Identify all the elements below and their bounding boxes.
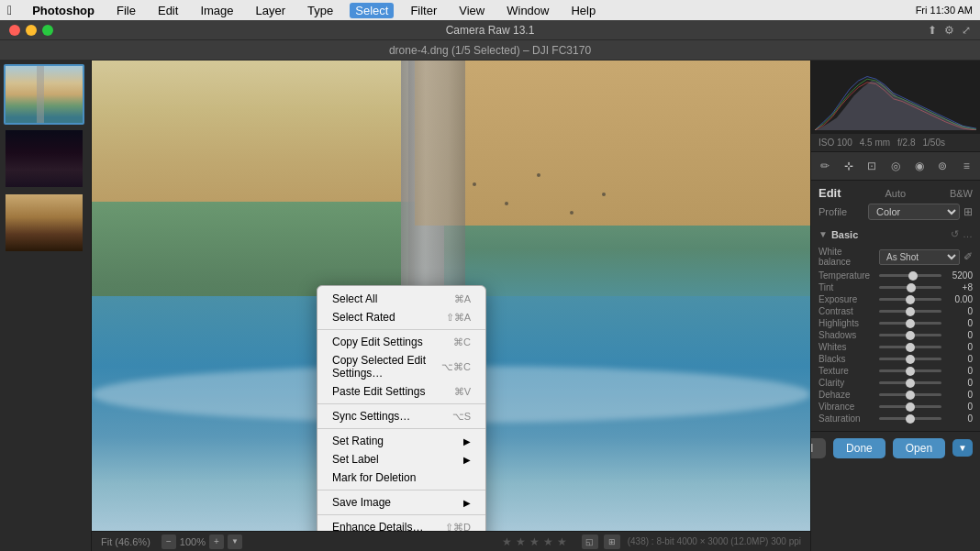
slider-thumb-vibrance[interactable] xyxy=(906,402,915,412)
slider-track-tint[interactable] xyxy=(879,286,941,289)
basic-more-icon[interactable]: … xyxy=(963,228,973,240)
share-icon[interactable]: ⬆ xyxy=(928,24,937,37)
slider-thumb-shadows[interactable] xyxy=(906,331,915,340)
slider-track-whites[interactable] xyxy=(879,346,941,348)
menu-photoshop[interactable]: Photoshop xyxy=(27,3,100,18)
close-button[interactable] xyxy=(9,25,20,36)
slider-label-blacks: Blacks xyxy=(819,354,875,364)
profile-select[interactable]: Color Monochrome xyxy=(868,204,960,220)
save-image-label: Save Image xyxy=(332,496,391,509)
star-3[interactable]: ★ xyxy=(529,535,540,548)
menu-edit[interactable]: Edit xyxy=(152,3,184,18)
slider-value-tint: +8 xyxy=(945,282,973,292)
compare-button[interactable]: ◱ xyxy=(582,534,598,549)
settings-icon[interactable]: ⚙ xyxy=(944,24,954,37)
slider-thumb-texture[interactable] xyxy=(906,367,915,376)
minimize-button[interactable] xyxy=(26,25,37,36)
slider-thumb-highlights[interactable] xyxy=(906,319,915,328)
slider-track-blacks[interactable] xyxy=(879,358,941,360)
ctx-enhance-details[interactable]: Enhance Details… ⇧⌘D xyxy=(317,518,485,531)
menu-view[interactable]: View xyxy=(453,3,490,18)
slider-track-texture[interactable] xyxy=(879,369,941,372)
thumb-image-3 xyxy=(6,194,83,251)
slider-thumb-tint[interactable] xyxy=(907,283,916,292)
star-2[interactable]: ★ xyxy=(516,535,526,548)
auto-button[interactable]: Auto xyxy=(885,188,906,199)
heal-tool-button[interactable]: ⊡ xyxy=(862,156,882,176)
edit-tool-button[interactable]: ✏ xyxy=(815,156,835,176)
wb-select[interactable]: As Shot Auto Daylight xyxy=(879,249,960,265)
slider-track-saturation[interactable] xyxy=(879,417,941,420)
eyedropper-icon[interactable]: ✐ xyxy=(963,250,973,263)
thumb-image-2 xyxy=(6,130,83,187)
cancel-button[interactable]: Cancel xyxy=(810,438,826,458)
maximize-button[interactable] xyxy=(42,25,53,36)
menu-type[interactable]: Type xyxy=(302,3,339,18)
ctx-select-all[interactable]: Select All ⌘A xyxy=(317,290,485,308)
slider-track-vibrance[interactable] xyxy=(879,405,941,408)
filmstrip-thumb-3[interactable] xyxy=(4,193,84,253)
open-dropdown-button[interactable]: ▼ xyxy=(952,439,973,457)
zoom-dropdown-button[interactable]: ▼ xyxy=(228,534,242,549)
expand-icon[interactable]: ⤢ xyxy=(962,24,971,37)
panel-icons: ✏ ⊹ ⊡ ◎ ◉ ⊚ ≡ xyxy=(811,152,980,181)
slider-thumb-exposure[interactable] xyxy=(906,295,915,304)
zoom-out-button[interactable]: − xyxy=(161,534,176,549)
slider-thumb-saturation[interactable] xyxy=(906,414,915,424)
bw-button[interactable]: B&W xyxy=(950,188,973,199)
filmstrip-thumb-2[interactable] xyxy=(4,128,84,189)
menu-file[interactable]: File xyxy=(111,3,141,18)
redeye-tool-button[interactable]: ◉ xyxy=(909,156,930,176)
slider-track-shadows[interactable] xyxy=(879,334,941,336)
star-4[interactable]: ★ xyxy=(543,535,553,548)
copy-edit-label: Copy Edit Settings xyxy=(332,336,423,348)
snapshot-tool-button[interactable]: ⊚ xyxy=(933,156,953,176)
star-5[interactable]: ★ xyxy=(557,535,567,548)
menu-window[interactable]: Window xyxy=(501,3,554,18)
ctx-select-rated[interactable]: Select Rated ⇧⌘A xyxy=(317,308,485,326)
slider-thumb-clarity[interactable] xyxy=(906,379,915,388)
ctx-copy-selected-edit[interactable]: Copy Selected Edit Settings… ⌥⌘C xyxy=(317,351,485,382)
slider-thumb-whites[interactable] xyxy=(906,343,915,352)
basic-reset-icon[interactable]: ↺ xyxy=(951,228,959,240)
slider-thumb-blacks[interactable] xyxy=(906,355,915,364)
apple-logo-icon[interactable]:  xyxy=(7,3,12,17)
menu-help[interactable]: Help xyxy=(565,3,601,18)
crop-tool-button[interactable]: ⊹ xyxy=(839,156,859,176)
star-1[interactable]: ★ xyxy=(502,535,512,548)
slider-thumb-contrast[interactable] xyxy=(906,307,915,316)
ctx-save-image[interactable]: Save Image ▶ xyxy=(317,493,485,512)
slider-track-dehaze[interactable] xyxy=(879,393,941,396)
done-button[interactable]: Done xyxy=(833,438,885,458)
slider-track-exposure[interactable] xyxy=(879,298,941,301)
slider-row-dehaze: Dehaze0 xyxy=(819,390,973,400)
slider-track-contrast[interactable] xyxy=(879,310,941,313)
ctx-sync-settings[interactable]: Sync Settings… ⌥S xyxy=(317,407,485,425)
mask-tool-button[interactable]: ◎ xyxy=(885,156,906,176)
ctx-mark-deletion[interactable]: Mark for Deletion xyxy=(317,468,485,487)
ctx-set-label[interactable]: Set Label ▶ xyxy=(317,450,485,468)
iso-value: ISO 100 xyxy=(819,138,852,148)
basic-section-header[interactable]: ▼ Basic ↺ … xyxy=(819,226,973,243)
menu-filter[interactable]: Filter xyxy=(405,3,442,18)
presets-tool-button[interactable]: ≡ xyxy=(956,156,976,176)
menu-image[interactable]: Image xyxy=(195,3,239,18)
slider-track-clarity[interactable] xyxy=(879,381,941,384)
aperture-value: f/2.8 xyxy=(897,138,915,148)
open-button[interactable]: Open xyxy=(893,438,945,458)
menu-layer[interactable]: Layer xyxy=(251,3,292,18)
slider-track-highlights[interactable] xyxy=(879,322,941,325)
slider-thumb-dehaze[interactable] xyxy=(906,391,915,400)
menu-select[interactable]: Select xyxy=(350,3,394,18)
select-rated-label: Select Rated xyxy=(332,311,395,324)
profile-grid-icon[interactable]: ⊞ xyxy=(963,205,973,218)
filmstrip-thumb-1[interactable] xyxy=(4,64,84,125)
zoom-in-button[interactable]: + xyxy=(209,534,224,549)
slider-thumb-temperature[interactable] xyxy=(908,271,918,281)
ctx-copy-edit[interactable]: Copy Edit Settings ⌘C xyxy=(317,333,485,351)
ctx-set-rating[interactable]: Set Rating ▶ xyxy=(317,432,485,450)
grid-button[interactable]: ⊞ xyxy=(604,534,620,549)
ctx-paste-edit[interactable]: Paste Edit Settings ⌘V xyxy=(317,382,485,401)
slider-value-clarity: 0 xyxy=(945,378,973,388)
slider-track-temperature[interactable] xyxy=(879,274,941,277)
